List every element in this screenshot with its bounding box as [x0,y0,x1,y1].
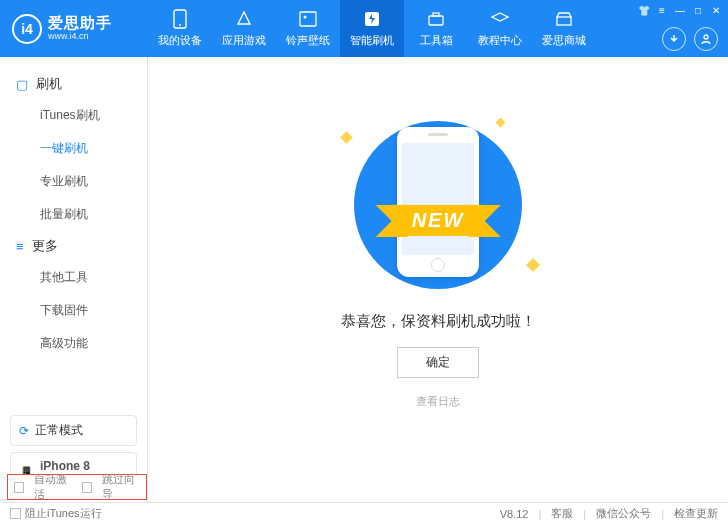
status-bar: 阻止iTunes运行 V8.12 | 客服 | 微信公众号 | 检查更新 [0,502,728,524]
footer-options-highlight: 自动激活 跳过向导 [7,474,147,500]
support-link[interactable]: 客服 [551,506,573,521]
ok-button[interactable]: 确定 [397,347,479,378]
refresh-icon: ⟳ [19,424,29,438]
brand-logo: i4 爱思助手 www.i4.cn [0,0,148,57]
phone-outline-icon: ▢ [16,77,28,92]
nav-smart-flash[interactable]: 智能刷机 [340,0,404,57]
apps-icon [234,9,254,29]
block-itunes-label: 阻止iTunes运行 [25,506,102,521]
svg-point-8 [704,35,708,39]
nav-my-device[interactable]: 我的设备 [148,0,212,57]
version-label: V8.12 [500,508,529,520]
nav-tutorials[interactable]: 教程中心 [468,0,532,57]
success-illustration: NEW [338,117,538,292]
list-icon: ≡ [16,239,24,254]
phone-icon [170,9,190,29]
sidebar-item-download-firmware[interactable]: 下载固件 [0,294,147,327]
sidebar-item-onekey-flash[interactable]: 一键刷机 [0,132,147,165]
svg-rect-7 [557,17,571,25]
nav-ringtone-wallpaper[interactable]: 铃声壁纸 [276,0,340,57]
minimize-icon[interactable]: — [674,4,686,16]
main-content: NEW 恭喜您，保资料刷机成功啦！ 确定 查看日志 [148,57,728,502]
maximize-icon[interactable]: □ [692,4,704,16]
svg-point-1 [179,24,181,26]
device-name: iPhone 8 [40,459,90,473]
sidebar-item-batch-flash[interactable]: 批量刷机 [0,198,147,231]
check-update-link[interactable]: 检查更新 [674,506,718,521]
skip-guide-label: 跳过向导 [102,472,140,502]
svg-rect-6 [433,13,439,16]
sidebar-section-more: ≡ 更多 [0,231,147,261]
sidebar-section-flash: ▢ 刷机 [0,69,147,99]
logo-icon: i4 [12,14,42,44]
wechat-link[interactable]: 微信公众号 [596,506,651,521]
download-icon[interactable] [662,27,686,51]
ribbon-label: NEW [394,205,483,236]
auto-activate-label: 自动激活 [34,472,72,502]
window-controls: 👕 ≡ — □ ✕ [638,4,722,16]
skip-guide-checkbox[interactable] [82,482,92,493]
block-itunes-checkbox[interactable] [10,508,21,519]
menu-icon[interactable]: ≡ [656,4,668,16]
sidebar-item-advanced[interactable]: 高级功能 [0,327,147,360]
svg-rect-5 [429,16,443,25]
device-mode[interactable]: ⟳ 正常模式 [10,415,137,446]
close-icon[interactable]: ✕ [710,4,722,16]
sidebar: ▢ 刷机 iTunes刷机 一键刷机 专业刷机 批量刷机 ≡ 更多 其他工具 下… [0,57,148,502]
skin-icon[interactable]: 👕 [638,4,650,16]
brand-name: 爱思助手 [48,15,112,32]
title-bar: i4 爱思助手 www.i4.cn 我的设备 应用游戏 铃声壁纸 智能刷机 工具… [0,0,728,57]
sidebar-item-itunes-flash[interactable]: iTunes刷机 [0,99,147,132]
brand-url: www.i4.cn [48,32,112,42]
svg-rect-2 [300,12,316,26]
nav-toolbox[interactable]: 工具箱 [404,0,468,57]
nav-store[interactable]: 爱思商城 [532,0,596,57]
sidebar-item-other-tools[interactable]: 其他工具 [0,261,147,294]
svg-point-3 [304,16,307,19]
user-icon[interactable] [694,27,718,51]
auto-activate-checkbox[interactable] [14,482,24,493]
image-icon [298,9,318,29]
nav-apps-games[interactable]: 应用游戏 [212,0,276,57]
flash-icon [362,9,382,29]
graduation-icon [490,9,510,29]
view-log-link[interactable]: 查看日志 [416,394,460,409]
success-message: 恭喜您，保资料刷机成功啦！ [341,312,536,331]
sidebar-item-pro-flash[interactable]: 专业刷机 [0,165,147,198]
toolbox-icon [426,9,446,29]
store-icon [554,9,574,29]
